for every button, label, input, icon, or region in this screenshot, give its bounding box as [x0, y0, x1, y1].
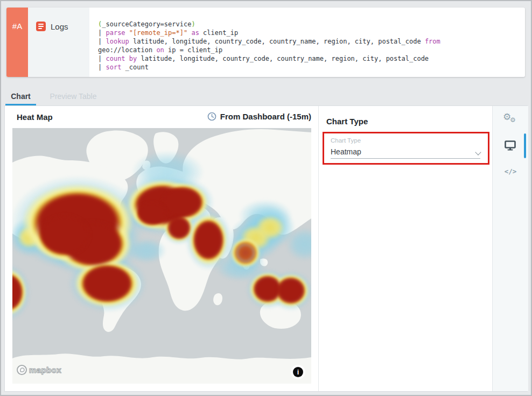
- source-type-label: Logs: [51, 22, 68, 31]
- tab-chart[interactable]: Chart: [5, 89, 36, 105]
- panel-title: Heat Map: [17, 112, 53, 122]
- query-text[interactable]: (_sourceCategory=service)| parse "[remot…: [98, 20, 517, 72]
- world-map[interactable]: mapbox i: [12, 128, 311, 384]
- query-panel: #A Logs (_sourceCategory=service)| parse…: [6, 8, 525, 77]
- active-tool-indicator: [524, 133, 526, 158]
- time-range[interactable]: From Dashboard (-15m): [206, 112, 311, 121]
- main-panel: Heat Map From Dashboard (-15m): [4, 105, 528, 392]
- chart-type-heading: Chart Type: [326, 117, 368, 126]
- chart-type-value: Heatmap: [331, 147, 361, 156]
- code-icon[interactable]: </>: [493, 167, 528, 175]
- settings-gears-icon[interactable]: ⚙ ⚙: [503, 113, 518, 127]
- field-underline: [331, 158, 480, 159]
- mapbox-logo[interactable]: mapbox: [17, 365, 61, 375]
- chart-type-field-label: Chart Type: [331, 137, 361, 144]
- display-monitor-icon[interactable]: [505, 140, 516, 153]
- annotation-box: Chart Type Heatmap: [323, 132, 489, 165]
- heat-core-layer: [12, 128, 311, 384]
- info-icon[interactable]: i: [293, 367, 303, 377]
- time-range-label: From Dashboard (-15m): [220, 112, 311, 121]
- icon-strip: ⚙ ⚙ </>: [493, 106, 528, 391]
- clock-icon: [207, 112, 216, 121]
- tab-preview-table[interactable]: Preview Table: [42, 89, 104, 105]
- mapbox-pin-icon: [17, 365, 27, 375]
- heatmap-layer: [12, 128, 311, 384]
- panel-divider: [318, 106, 319, 391]
- mapbox-wordmark: mapbox: [29, 365, 61, 374]
- logs-icon: [36, 22, 46, 31]
- chart-type-select[interactable]: Heatmap: [331, 147, 480, 156]
- panel-badge: #A: [6, 8, 28, 77]
- source-type-cell[interactable]: Logs: [28, 8, 89, 77]
